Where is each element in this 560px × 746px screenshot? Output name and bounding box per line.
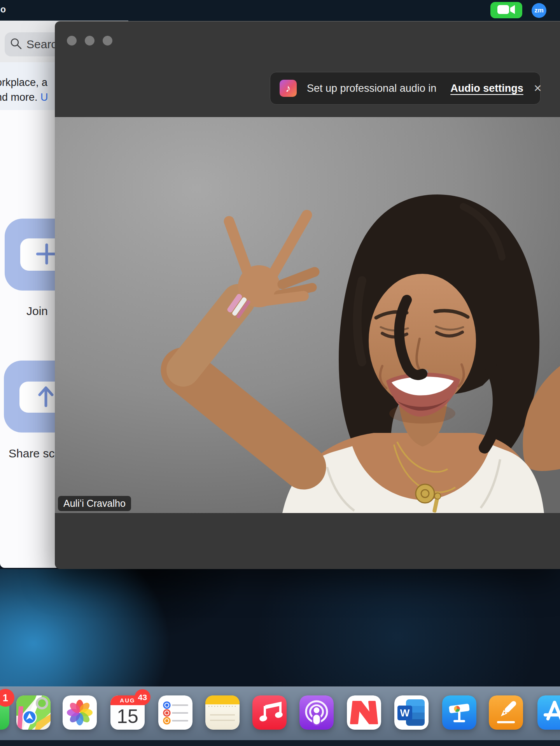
participant-video-illustration (55, 117, 560, 513)
minimize-window-button[interactable] (85, 36, 94, 46)
music-icon[interactable] (252, 695, 287, 730)
calendar-badge: 43 (135, 689, 150, 705)
close-icon[interactable]: ✕ (534, 82, 542, 95)
pages-icon[interactable] (489, 695, 523, 730)
word-icon[interactable]: W (394, 695, 429, 730)
arrow-up-icon (36, 385, 56, 409)
zoom-menubar-label: zm (534, 7, 544, 14)
menu-item-partial[interactable]: o (0, 4, 6, 15)
camera-active-indicator[interactable] (490, 2, 522, 18)
close-window-button[interactable] (67, 36, 77, 46)
podcasts-icon[interactable] (299, 695, 334, 730)
keynote-icon[interactable] (442, 695, 476, 730)
svg-text:W: W (400, 707, 410, 719)
video-camera-icon (497, 4, 515, 16)
notes-icon[interactable] (205, 695, 240, 730)
audio-banner-text: Set up professional audio in (307, 82, 436, 95)
participant-name-label: Auliʻi Cravalho (58, 496, 131, 511)
photos-icon[interactable] (63, 695, 97, 730)
music-note-icon: ♪ (280, 80, 297, 97)
window-controls (67, 36, 112, 46)
search-value: Searc (26, 38, 57, 51)
menu-bar: o zm (0, 0, 560, 21)
zoom-menubar-icon[interactable]: zm (532, 3, 546, 18)
zoom-window-button[interactable] (103, 36, 112, 46)
screen: o zm Searc orkplace, a nd more. U (0, 0, 560, 746)
upgrade-link[interactable]: U (40, 91, 48, 103)
maps-icon[interactable] (16, 695, 51, 730)
dock-bottom-edge (0, 740, 560, 746)
audio-setup-banner: ♪ Set up professional audio in Audio set… (270, 72, 541, 105)
meeting-window: ♪ Set up professional audio in Audio set… (55, 21, 560, 569)
audio-settings-link[interactable]: Audio settings (450, 82, 523, 95)
calendar-day: 15 (110, 705, 145, 728)
plus-icon (36, 243, 58, 266)
app-store-icon[interactable] (537, 695, 560, 730)
join-label: Join (26, 305, 48, 318)
participant-video (55, 117, 560, 513)
reminders-icon[interactable] (158, 695, 192, 730)
share-screen-label: Share scr (9, 447, 58, 460)
search-icon (10, 38, 22, 51)
news-icon[interactable] (347, 695, 381, 730)
